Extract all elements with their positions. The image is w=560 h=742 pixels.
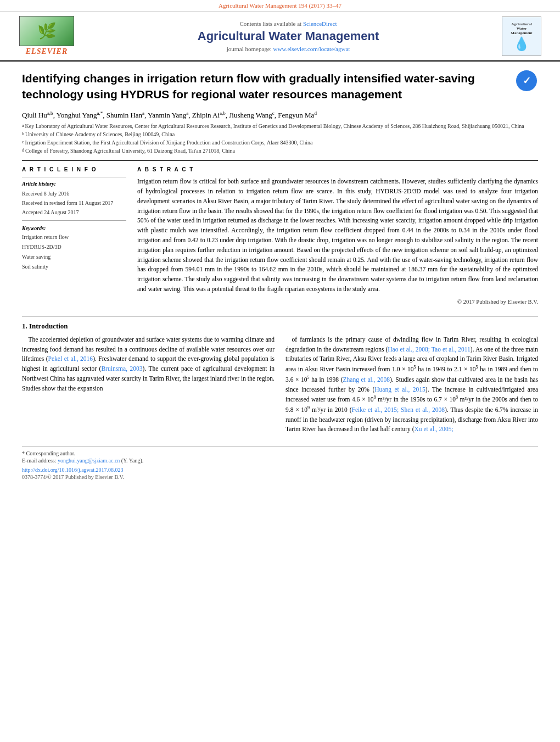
- footer-copyright: 0378-3774/© 2017 Published by Elsevier B…: [22, 474, 538, 480]
- homepage-line: journal homepage: www.elsevier.com/locat…: [77, 46, 500, 52]
- aff-sup-b: b: [22, 131, 24, 137]
- abstract-heading: A B S T R A C T: [137, 166, 538, 172]
- received-date: Received 8 July 2016: [22, 189, 126, 198]
- abstract-column: A B S T R A C T Irrigation return flow i…: [137, 166, 538, 305]
- affiliation-a: a Key Laboratory of Agricultural Water R…: [22, 122, 538, 130]
- aff-text-c: Irrigation Experiment Station, the First…: [25, 138, 313, 147]
- footer-area: * Corresponding author. E-mail address: …: [22, 447, 538, 480]
- article-history-label: Article history:: [22, 181, 126, 187]
- keyword-2: HYDRUS-2D/3D: [22, 242, 126, 252]
- email-line: E-mail address: yonghui.yang@sjziam.ac.c…: [22, 458, 538, 464]
- introduction-left-column: The accelerated depletion of groundwater…: [22, 335, 275, 438]
- authors-text: Qiuli Hua,b, Yonghui Yanga,*, Shumin Han…: [22, 111, 317, 119]
- crossmark-icon: ✓: [516, 70, 537, 91]
- keywords-rule: [22, 220, 126, 221]
- elsevier-brand-name: ELSEVIER: [26, 47, 68, 56]
- aff-text-b: University of Chinese Academy of Science…: [25, 130, 175, 138]
- section-divider-1: [22, 160, 538, 161]
- aff-sup-a: a: [22, 122, 24, 129]
- email-link[interactable]: yonghui.yang@sjziam.ac.cn: [58, 458, 120, 464]
- article-info-column: A R T I C L E I N F O Article history: R…: [22, 166, 126, 305]
- journal-title-center: Contents lists available at ScienceDirec…: [77, 20, 500, 52]
- intro-left-text: The accelerated depletion of groundwater…: [22, 335, 275, 394]
- article-info-heading: A R T I C L E I N F O: [22, 166, 126, 172]
- journal-citation: Agricultural Water Management 194 (2017)…: [219, 2, 341, 9]
- elsevier-logo: 🌿 ELSEVIER: [16, 16, 77, 56]
- info-rule: [22, 177, 126, 177]
- aff-text-d: College of Forestry, Shandong Agricultur…: [25, 147, 235, 155]
- introduction-heading: 1. Introduction: [22, 322, 538, 331]
- keyword-1: Irrigation return flow: [22, 232, 126, 242]
- abstract-copyright: © 2017 Published by Elsevier B.V.: [137, 299, 538, 305]
- ref-bruinsma[interactable]: Bruinsma, 2003: [101, 365, 142, 372]
- affiliations: a Key Laboratory of Agricultural Water R…: [22, 122, 538, 155]
- journal-logo-right: AgriculturalWaterManagement 💧: [500, 16, 544, 56]
- keywords-list: Irrigation return flow HYDRUS-2D/3D Wate…: [22, 232, 126, 272]
- introduction-right-column: of farmlands is the primary cause of dwi…: [285, 335, 538, 438]
- ref-xu[interactable]: Xu et al., 2005;: [415, 426, 453, 432]
- keyword-4: Soil salinity: [22, 262, 126, 272]
- aff-text-a: Key Laboratory of Agricultural Water Res…: [25, 122, 524, 130]
- affiliation-c: c Irrigation Experiment Station, the Fir…: [22, 138, 538, 147]
- aff-sup-d: d: [22, 147, 24, 154]
- ref-hao[interactable]: Hao et al., 2008; Tao et al., 2011: [388, 346, 471, 353]
- elsevier-tree-icon: 🌿: [37, 22, 57, 40]
- crossmark-badge[interactable]: ✓: [516, 70, 538, 92]
- email-suffix: (Y. Yang).: [121, 458, 143, 464]
- journal-logo-image: AgriculturalWaterManagement 💧: [502, 16, 541, 56]
- journal-main-title: Agricultural Water Management: [77, 29, 500, 43]
- authors-line: Qiuli Hua,b, Yonghui Yanga,*, Shumin Han…: [22, 110, 538, 120]
- introduction-columns: The accelerated depletion of groundwater…: [22, 335, 538, 438]
- corresponding-note: * Corresponding author.: [22, 450, 538, 456]
- accepted-date: Accepted 24 August 2017: [22, 208, 126, 217]
- water-icon: 💧: [513, 36, 530, 52]
- abstract-text: Irrigation return flow is critical for b…: [137, 177, 538, 294]
- homepage-url[interactable]: www.elsevier.com/locate/agwat: [273, 46, 350, 52]
- article-title-section: Identifying changes in irrigation return…: [22, 62, 538, 107]
- page: Agricultural Water Management 194 (2017)…: [0, 0, 560, 480]
- keywords-label: Keywords:: [22, 225, 126, 231]
- journal-citation-bar: Agricultural Water Management 194 (2017)…: [0, 0, 560, 12]
- homepage-label: journal homepage:: [227, 46, 272, 52]
- affiliation-d: d College of Forestry, Shandong Agricult…: [22, 147, 538, 155]
- history-dates: Received 8 July 2016 Received in revised…: [22, 189, 126, 217]
- elsevier-logo-image: 🌿: [19, 16, 74, 46]
- doi-url[interactable]: http://dx.doi.org/10.1016/j.agwat.2017.0…: [22, 467, 124, 473]
- ref-pekel[interactable]: Pekel et al., 2016: [48, 355, 93, 362]
- title-text-container: Identifying changes in irrigation return…: [22, 70, 511, 103]
- doi-link: http://dx.doi.org/10.1016/j.agwat.2017.0…: [22, 467, 538, 473]
- affiliation-b: b University of Chinese Academy of Scien…: [22, 130, 538, 138]
- article-content: Identifying changes in irrigation return…: [0, 62, 560, 480]
- info-abstract-columns: A R T I C L E I N F O Article history: R…: [22, 166, 538, 305]
- keyword-3: Water saving: [22, 252, 126, 262]
- revised-date: Received in revised form 11 August 2017: [22, 198, 126, 208]
- intro-right-text: of farmlands is the primary cause of dwi…: [285, 335, 538, 434]
- journal-logo-text: AgriculturalWaterManagement: [509, 21, 533, 36]
- contents-label: Contents lists available at: [239, 20, 301, 27]
- journal-header: 🌿 ELSEVIER Contents lists available at S…: [0, 12, 560, 62]
- email-label: E-mail address:: [22, 458, 56, 464]
- ref-feike[interactable]: Feike et al., 2015; Shen et al., 2008: [352, 406, 445, 413]
- ref-zhang[interactable]: Zhang et al., 2008: [343, 376, 390, 383]
- article-title: Identifying changes in irrigation return…: [22, 70, 511, 103]
- ref-huang[interactable]: Huang et al., 2015: [374, 386, 425, 393]
- sciencedirect-link[interactable]: ScienceDirect: [303, 20, 337, 27]
- aff-sup-c: c: [22, 139, 24, 146]
- contents-line: Contents lists available at ScienceDirec…: [77, 20, 500, 27]
- introduction-section: 1. Introduction The accelerated depletio…: [22, 316, 538, 438]
